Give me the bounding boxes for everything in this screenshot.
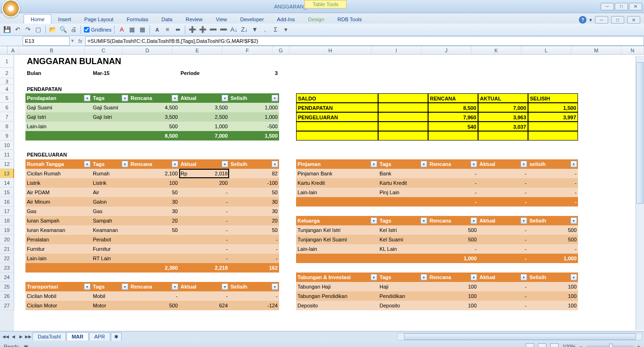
sheet-tab-apr[interactable]: APR bbox=[89, 332, 110, 340]
filter-dropdown-icon[interactable]: ▼ bbox=[421, 161, 427, 167]
cell[interactable]: 2,380 bbox=[129, 263, 179, 273]
ribbon-min-icon[interactable]: ▾ bbox=[589, 17, 592, 23]
cell[interactable]: - bbox=[478, 169, 528, 178]
saldo-cell[interactable] bbox=[296, 131, 378, 140]
cell[interactable]: Pinjaman Bank bbox=[296, 169, 378, 178]
td[interactable]: Gas bbox=[25, 207, 91, 216]
filter-dropdown-icon[interactable]: ▼ bbox=[272, 161, 278, 167]
cell[interactable]: 162 bbox=[229, 263, 279, 273]
cell[interactable]: - bbox=[478, 178, 528, 188]
cell[interactable]: - bbox=[478, 291, 528, 301]
row-header-1[interactable]: 1 bbox=[0, 55, 14, 68]
td[interactable]: 3,963 bbox=[478, 112, 528, 122]
row-header-5[interactable]: 5 bbox=[0, 93, 14, 103]
filter-dropdown-icon[interactable]: ▼ bbox=[222, 161, 228, 167]
value-periode[interactable]: 3 bbox=[229, 68, 279, 78]
page-title[interactable]: ANGGARAN BULANAN bbox=[25, 55, 214, 68]
td[interactable]: 8,500 bbox=[428, 103, 478, 112]
more-icon[interactable]: ▾ bbox=[281, 25, 290, 34]
cell[interactable]: - bbox=[478, 254, 528, 263]
saldo-cell[interactable] bbox=[478, 131, 528, 140]
td[interactable]: 7,000 bbox=[478, 103, 528, 112]
cell[interactable]: 50 bbox=[229, 188, 279, 197]
cell[interactable]: 20 bbox=[229, 216, 279, 225]
cell[interactable]: 500 bbox=[428, 235, 478, 244]
cell[interactable]: Tunjangan Kel Istri bbox=[296, 225, 378, 235]
filter-dropdown-icon[interactable]: ▼ bbox=[84, 283, 91, 290]
cell[interactable]: - bbox=[179, 216, 229, 225]
zoom-level[interactable]: 100% bbox=[562, 344, 576, 347]
cell[interactable]: - bbox=[129, 291, 179, 301]
cell[interactable]: 20 bbox=[129, 216, 179, 225]
gridlines-toggle[interactable]: Gridlines bbox=[84, 27, 111, 33]
col-header-E[interactable]: E bbox=[173, 46, 223, 54]
td[interactable]: 7,000 bbox=[179, 131, 229, 140]
cell[interactable]: Cicilan Motor bbox=[25, 301, 91, 310]
tab-home[interactable]: Home bbox=[24, 14, 51, 24]
undo-icon[interactable]: ↶ bbox=[13, 25, 22, 34]
tab-nav-prev[interactable]: ◀ bbox=[9, 333, 17, 340]
filter-dropdown-icon[interactable]: ▼ bbox=[272, 283, 278, 290]
saldo-cell[interactable] bbox=[528, 131, 578, 140]
cell[interactable]: 30 bbox=[229, 207, 279, 216]
cell[interactable]: Haji bbox=[378, 282, 428, 291]
cell[interactable]: - bbox=[528, 244, 578, 254]
cell[interactable]: - bbox=[528, 169, 578, 178]
filter-dropdown-icon[interactable]: ▼ bbox=[570, 274, 577, 281]
cell[interactable]: Deposito bbox=[378, 301, 428, 310]
cell[interactable]: Kel Suami bbox=[378, 235, 428, 244]
filter-icon[interactable]: ▼ bbox=[250, 25, 259, 34]
row-header-15[interactable]: 15 bbox=[0, 188, 14, 197]
td[interactable]: 1,500 bbox=[528, 103, 578, 112]
td[interactable]: Gaji Istri bbox=[91, 112, 129, 122]
saldo-cell[interactable]: AKTUAL bbox=[478, 93, 528, 103]
print-preview-icon[interactable]: 🔍 bbox=[59, 25, 67, 34]
td[interactable]: Lain-lain bbox=[25, 254, 91, 263]
tab-formulas[interactable]: Formulas bbox=[120, 15, 155, 24]
tab-addins[interactable]: Add-Ins bbox=[271, 15, 302, 24]
filter-dropdown-icon[interactable]: ▼ bbox=[222, 283, 228, 290]
formula-input[interactable]: =SUMIFS(DataToshl!C:C,DataToshl!B:B,[Tag… bbox=[85, 36, 644, 46]
cell[interactable]: 100 bbox=[528, 291, 578, 301]
font-color-icon[interactable]: A bbox=[117, 25, 126, 34]
td[interactable]: RT Lain bbox=[91, 254, 129, 263]
print-icon[interactable]: 🖨 bbox=[69, 25, 78, 34]
cell[interactable]: 1,000 bbox=[428, 254, 478, 263]
tab-nav-next[interactable]: ▶ bbox=[17, 333, 25, 340]
filter-dropdown-icon[interactable]: ▼ bbox=[371, 217, 377, 224]
new-icon[interactable]: ▢ bbox=[34, 25, 42, 34]
cell[interactable] bbox=[129, 254, 179, 263]
col-header-C[interactable]: C bbox=[85, 46, 123, 54]
col-header-A[interactable]: A bbox=[8, 46, 19, 54]
filter-dropdown-icon[interactable]: ▼ bbox=[471, 217, 477, 224]
row-header-12[interactable]: 12 bbox=[0, 159, 14, 169]
filter-dropdown-icon[interactable]: ▼ bbox=[421, 217, 427, 224]
td[interactable]: Gaji Suami bbox=[25, 103, 91, 112]
filter-dropdown-icon[interactable]: ▼ bbox=[172, 283, 178, 290]
fx-icon[interactable]: fx bbox=[75, 38, 85, 44]
row-header-18[interactable]: 18 bbox=[0, 216, 14, 225]
col-header-K[interactable]: K bbox=[471, 46, 521, 54]
tab-review[interactable]: Review bbox=[179, 15, 209, 24]
td[interactable]: Rumah bbox=[91, 169, 129, 178]
cell[interactable]: 30 bbox=[229, 197, 279, 207]
horizontal-scrollbar[interactable] bbox=[397, 333, 642, 340]
cell[interactable]: 1,000 bbox=[528, 254, 578, 263]
cell[interactable]: 624 bbox=[179, 301, 229, 310]
tab-nav-last[interactable]: ▶▶ bbox=[25, 333, 32, 340]
td[interactable]: 1,000 bbox=[229, 103, 279, 112]
cell[interactable]: 82 bbox=[229, 169, 279, 178]
comma-icon[interactable]: , bbox=[261, 25, 269, 34]
row-header-24[interactable]: 24 bbox=[0, 273, 14, 282]
cell[interactable]: 500 bbox=[528, 225, 578, 235]
cell[interactable]: - bbox=[179, 254, 229, 263]
saldo-cell[interactable]: RENCANA bbox=[428, 93, 478, 103]
td[interactable]: Furnitur bbox=[25, 244, 91, 254]
cell[interactable]: - bbox=[229, 254, 279, 263]
saldo-cell[interactable] bbox=[428, 131, 478, 140]
tab-data[interactable]: Data bbox=[155, 15, 179, 24]
cell[interactable]: Kel Istri bbox=[378, 225, 428, 235]
cell[interactable]: - bbox=[428, 169, 478, 178]
td[interactable]: Cicilan Rumah bbox=[25, 169, 91, 178]
td[interactable]: 540 bbox=[428, 122, 478, 131]
